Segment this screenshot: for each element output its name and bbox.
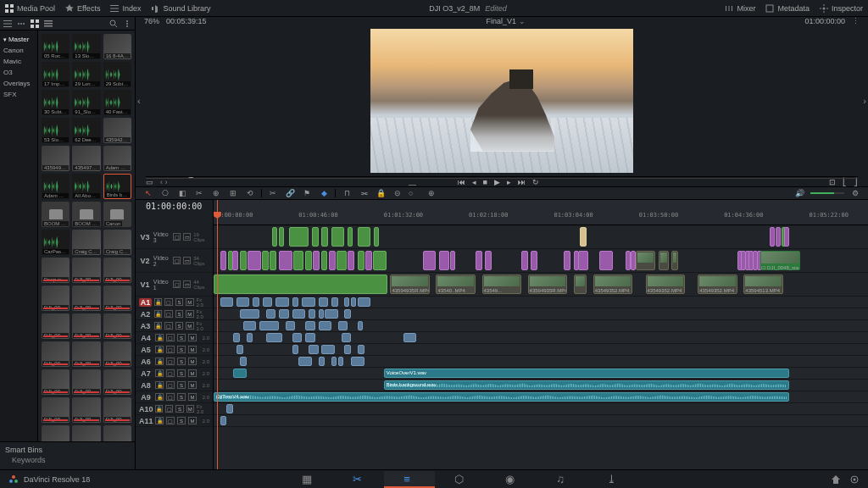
audio-track-header[interactable]: A2🔒▢SMFx 2.0 [136,308,213,320]
mark-out-icon[interactable]: ⎦ [854,178,858,186]
media-thumb[interactable]: DJI_0020_st... [72,397,100,423]
clip[interactable] [302,297,314,307]
media-thumb[interactable]: DJI_0011_st... [72,341,100,367]
track[interactable] [214,332,868,344]
clip[interactable] [574,274,587,294]
page-tab-media[interactable]: ▦ [282,471,333,488]
clip[interactable] [348,251,354,270]
clip[interactable] [247,333,253,342]
clip[interactable] [358,297,370,307]
project-settings-icon[interactable] [849,474,860,485]
media-thumb[interactable]: 05 Rock Cr... [42,34,70,59]
bin-item[interactable]: O3 [2,67,36,78]
clip[interactable] [305,251,312,270]
media-thumb[interactable]: 53 Slow Fly... [42,118,70,143]
clip[interactable] [233,369,246,378]
media-thumb[interactable]: Birds backg... [103,174,131,199]
prev-caret-icon[interactable]: ‹ [137,96,141,106]
clip[interactable] [220,416,227,425]
list-view-icon[interactable] [3,19,12,28]
clip[interactable] [770,227,775,247]
page-tab-cut[interactable]: ✂ [333,471,384,488]
clip[interactable]: 43549352.MP4 [698,274,737,294]
clip[interactable] [580,227,587,247]
clip[interactable] [275,297,288,307]
media-thumb[interactable]: Adam Patr... [103,146,131,171]
clip[interactable] [266,309,276,319]
audio-track-header[interactable]: A10🔒▢SMFx 2.0 [136,403,213,415]
clip[interactable] [351,357,364,366]
media-thumb[interactable]: 91_Slow Ex... [72,90,100,115]
link-icon[interactable]: 🔗 [284,188,296,198]
zoom-level[interactable]: 76% [144,17,159,25]
media-thumb[interactable]: DJI_0005_st... [103,286,131,311]
clip[interactable] [784,227,789,247]
media-thumb[interactable]: Adam Patr... [42,174,70,199]
clip[interactable] [331,297,338,307]
clip[interactable] [293,251,303,270]
media-thumb[interactable]: Deep whoo... [42,258,70,283]
media-thumb[interactable]: DJI_0004_st... [42,286,70,311]
media-thumb[interactable]: 13 Slow We... [72,34,100,59]
media-thumb[interactable]: BOOM Libr... [72,202,100,227]
timeline-dropdown-icon[interactable]: ⌄ [519,17,526,25]
clip[interactable] [266,333,282,342]
mark-in-icon[interactable]: ⎣ [843,178,847,186]
audio-track-header[interactable]: A6🔒▢SM2.0 [136,356,213,368]
track[interactable] [214,297,868,308]
clip[interactable] [344,297,349,307]
clip[interactable] [236,297,249,307]
clip[interactable] [671,251,678,270]
page-tab-deliver[interactable]: ⤓ [587,471,638,488]
media-thumb[interactable]: DJI_0007_st... [72,313,100,339]
replace-icon[interactable]: ⟲ [244,188,256,198]
match-frame-icon[interactable]: ⊡ [829,178,836,186]
clip[interactable] [338,357,343,366]
clip[interactable]: ⊡ DJI_0048_sta... [760,251,799,270]
track[interactable]: VoiceOverV1.wav [214,368,868,380]
media-thumb[interactable]: All Aboard ... [72,174,100,199]
media-thumb[interactable]: DJI_0009_st... [103,313,131,339]
clip[interactable] [319,321,331,330]
clip[interactable] [226,404,233,413]
clip[interactable] [578,251,588,270]
blade-tool-icon[interactable]: ✂ [193,188,205,198]
track[interactable] [214,225,868,249]
clip[interactable] [337,251,347,270]
smart-bin-keywords[interactable]: Keywords [5,454,130,466]
clip[interactable] [243,321,256,330]
smart-bins-header[interactable]: Smart Bins [5,446,130,454]
clip[interactable] [325,309,337,319]
clip[interactable] [450,251,455,270]
last-frame-button[interactable]: ⏭ [518,178,526,186]
next-caret-icon[interactable]: › [863,96,866,106]
page-tab-fairlight[interactable]: ♫ [537,471,587,488]
viewer-menu-icon[interactable]: ⋮ [852,17,860,25]
clip[interactable] [403,333,416,342]
clip[interactable] [331,227,344,247]
page-tab-edit[interactable]: ≡ [384,471,435,488]
home-icon[interactable] [831,474,841,485]
media-thumb[interactable]: Craig Carte... [72,230,100,255]
clip[interactable] [659,251,669,270]
clip[interactable] [531,251,537,270]
clip[interactable] [373,251,386,270]
media-thumb[interactable]: DJI_0012_st... [103,341,131,367]
clip[interactable] [319,357,326,366]
clip[interactable] [309,345,319,354]
track[interactable]: ⊡ DJI_0048_sta... [214,249,868,273]
clip[interactable] [374,227,379,247]
clip[interactable] [286,321,296,330]
bin-item[interactable]: Mavic [2,56,36,67]
bin-item[interactable]: Canon [2,45,36,56]
clip[interactable] [312,227,319,247]
clip[interactable] [214,274,387,294]
clip[interactable]: 43549352.MP4 [646,274,685,294]
zoom-out-icon[interactable]: ⊝ [392,188,403,198]
media-thumb[interactable]: 43549725... [72,146,100,171]
clip[interactable]: 43549... [482,274,521,294]
clip[interactable] [476,251,482,270]
media-thumb[interactable]: DJI_0025_st... [72,425,100,441]
clip[interactable] [521,251,528,270]
track[interactable]: OjiTmpV4.wav [214,391,868,403]
